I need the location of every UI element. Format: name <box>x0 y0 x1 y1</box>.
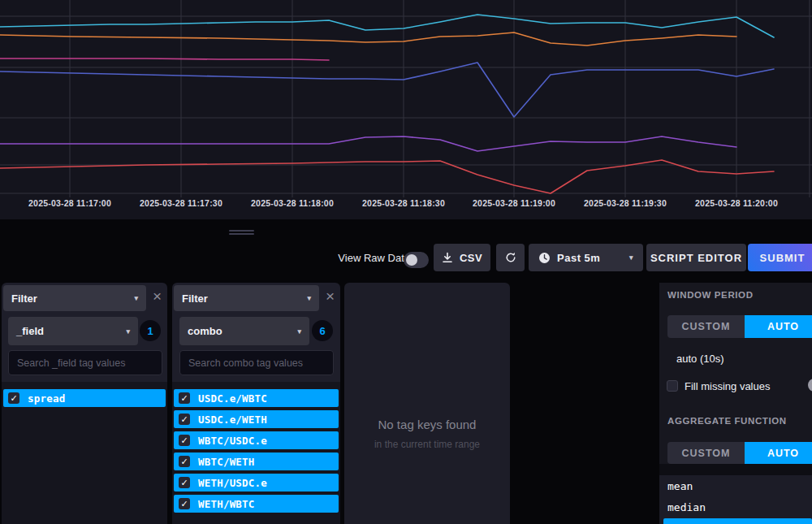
aggregate-mode-toggle: CUSTOM AUTO <box>667 442 812 464</box>
window-period-auto-button[interactable]: AUTO <box>745 315 812 338</box>
window-period-heading: WINDOW PERIOD <box>667 290 754 300</box>
close-icon[interactable]: × <box>153 290 162 303</box>
selected-count-badge: 1 <box>140 320 161 341</box>
toggle-knob <box>406 254 417 266</box>
x-axis-tick-label: 2025-03-28 11:17:00 <box>28 198 111 208</box>
tag-value-label: USDC.e/WBTC <box>198 392 267 405</box>
series-purple <box>0 136 736 151</box>
time-range-label: Past 5m <box>557 252 600 264</box>
chevron-down-icon: ▾ <box>307 294 311 302</box>
tag-key-dropdown-field[interactable]: _field ▾ <box>8 317 138 345</box>
submit-button[interactable]: SUBMIT <box>748 244 812 271</box>
script-editor-button[interactable]: SCRIPT EDITOR <box>646 244 746 271</box>
checkbox-checked-icon[interactable]: ✓ <box>179 392 190 404</box>
help-icon[interactable]: ? <box>808 379 812 392</box>
tag-value-label: WETH/USDC.e <box>198 477 267 489</box>
divider <box>659 464 812 475</box>
tag-value-label: USDC.e/WETH <box>198 414 267 426</box>
x-axis-tick-label: 2025-03-28 11:19:00 <box>473 198 555 208</box>
aggregate-function-list: meanmedian <box>659 475 812 524</box>
timeseries-chart[interactable] <box>0 0 812 197</box>
window-period-mode-toggle: CUSTOM AUTO <box>667 315 812 338</box>
checkbox-checked-icon[interactable]: ✓ <box>179 456 190 467</box>
close-icon[interactable]: × <box>326 290 335 303</box>
checkbox-checked-icon[interactable]: ✓ <box>179 477 190 488</box>
tag-value-row[interactable]: ✓WETH/WBTC <box>174 495 339 513</box>
chevron-down-icon: ▾ <box>629 253 633 262</box>
checkbox-checked-icon[interactable]: ✓ <box>8 392 19 404</box>
series-cyan <box>0 15 774 37</box>
empty-tag-keys-panel: No tag keys found in the current time ra… <box>344 283 510 524</box>
field-tag-value-list: ✓spread <box>2 382 167 524</box>
chevron-down-icon: ▾ <box>134 294 138 302</box>
time-range-dropdown[interactable]: Past 5m ▾ <box>529 244 643 271</box>
function-item-selected-partial[interactable] <box>663 518 812 524</box>
series-orange <box>0 32 736 45</box>
filter-card-field: Filter ▾ × _field ▾ 1 ✓spread <box>2 283 167 524</box>
series-magenta <box>0 58 329 60</box>
tag-value-row[interactable]: ✓WBTC/WETH <box>174 453 339 470</box>
window-period-custom-button[interactable]: CUSTOM <box>667 315 745 338</box>
x-axis-tick-label: 2025-03-28 11:17:30 <box>140 198 222 208</box>
field-search-input[interactable] <box>8 350 162 375</box>
x-axis-tick-label: 2025-03-28 11:18:00 <box>251 198 334 208</box>
checkbox-checked-icon[interactable]: ✓ <box>179 498 190 509</box>
empty-state-subtitle: in the current time range <box>344 439 510 450</box>
tag-value-label: WBTC/USDC.e <box>198 435 267 447</box>
filter-card-combo: Filter ▾ × combo ▾ 6 ✓USDC.e/WBTC✓USDC.e… <box>172 283 340 524</box>
filter-type-label: Filter <box>11 292 37 305</box>
download-icon <box>442 252 453 263</box>
tag-key-label: combo <box>188 325 222 337</box>
csv-label: CSV <box>460 252 482 264</box>
refresh-button[interactable] <box>496 244 525 271</box>
x-axis-labels: 2025-03-28 11:17:002025-03-28 11:17:3020… <box>0 198 812 213</box>
selected-count-badge: 6 <box>312 320 333 341</box>
fill-missing-values-label: Fill missing values <box>685 380 770 392</box>
filter-type-label: Filter <box>182 292 208 305</box>
resize-drag-handle[interactable] <box>229 230 254 236</box>
filter-type-dropdown[interactable]: Filter ▾ <box>3 285 146 311</box>
refresh-icon <box>504 251 517 264</box>
window-period-auto-value: auto (10s) <box>676 353 724 365</box>
clock-icon <box>538 252 551 264</box>
chevron-down-icon: ▾ <box>297 327 301 336</box>
empty-state-title: No tag keys found <box>344 418 510 431</box>
aggregate-auto-button[interactable]: AUTO <box>745 442 812 464</box>
csv-download-button[interactable]: CSV <box>434 244 490 271</box>
chevron-down-icon: ▾ <box>126 327 130 336</box>
tag-value-row[interactable]: ✓WETH/USDC.e <box>174 474 339 492</box>
view-raw-data-toggle[interactable] <box>404 252 429 268</box>
view-raw-data-label: View Raw Data <box>329 252 410 264</box>
series-indigo <box>0 63 774 117</box>
tag-value-row[interactable]: ✓USDC.e/WETH <box>174 410 339 428</box>
combo-tag-value-list: ✓USDC.e/WBTC✓USDC.e/WETH✓WBTC/USDC.e✓WBT… <box>172 382 340 524</box>
timeseries-chart-panel: 2025-03-28 11:17:002025-03-28 11:17:3020… <box>0 0 812 219</box>
tag-value-row[interactable]: ✓spread <box>3 389 166 407</box>
function-item[interactable]: median <box>659 496 812 518</box>
aggregate-function-heading: AGGREGATE FUNCTION <box>667 416 787 426</box>
tag-value-label: spread <box>28 392 65 405</box>
tag-value-label: WETH/WBTC <box>198 498 255 510</box>
combo-search-input[interactable] <box>179 350 334 375</box>
checkbox-checked-icon[interactable]: ✓ <box>179 414 190 425</box>
x-axis-tick-label: 2025-03-28 11:18:30 <box>362 198 445 208</box>
function-item[interactable]: mean <box>659 475 812 496</box>
tag-value-row[interactable]: ✓WBTC/USDC.e <box>174 431 339 449</box>
aggregate-custom-button[interactable]: CUSTOM <box>667 442 745 464</box>
tag-key-label: _field <box>16 325 44 337</box>
query-options-panel: WINDOW PERIOD CUSTOM AUTO auto (10s) Fil… <box>659 283 812 524</box>
tag-key-dropdown-combo[interactable]: combo ▾ <box>179 317 309 345</box>
tag-value-row[interactable]: ✓USDC.e/WBTC <box>174 389 339 407</box>
checkbox-checked-icon[interactable]: ✓ <box>179 435 190 446</box>
x-axis-tick-label: 2025-03-28 11:20:00 <box>695 198 778 208</box>
x-axis-tick-label: 2025-03-28 11:19:30 <box>584 198 667 208</box>
tag-value-label: WBTC/WETH <box>198 456 255 468</box>
fill-missing-values-checkbox[interactable] <box>667 380 678 392</box>
filter-type-dropdown[interactable]: Filter ▾ <box>174 285 319 311</box>
